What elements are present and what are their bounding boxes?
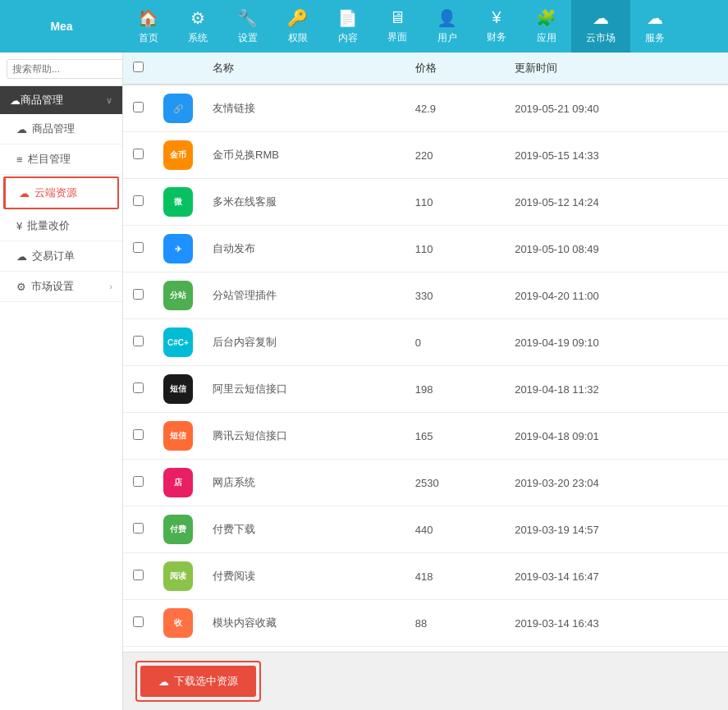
row-checkbox-4[interactable] <box>133 289 144 300</box>
row-name-9[interactable]: 付费下载 <box>203 506 405 553</box>
nav-item-users[interactable]: 👤 用户 <box>422 0 472 53</box>
app-icon-6: 短信 <box>163 374 193 404</box>
apps-nav-icon: 🧩 <box>536 8 556 28</box>
row-name-6[interactable]: 阿里云短信接口 <box>203 366 405 413</box>
row-price-11: 88 <box>405 600 505 647</box>
row-name-11[interactable]: 模块内容收藏 <box>203 600 405 647</box>
table-header: 名称 价格 更新时间 <box>123 53 728 85</box>
row-checkbox-9[interactable] <box>133 523 144 534</box>
nav-item-permissions[interactable]: 🔑 权限 <box>272 0 323 53</box>
nav-item-content[interactable]: 📄 内容 <box>323 0 373 53</box>
nav-item-home[interactable]: 🏠 首页 <box>123 0 173 53</box>
sidebar-item-batch-price[interactable]: ¥ 批量改价 <box>0 211 122 241</box>
row-date-6: 2019-04-18 11:32 <box>505 366 728 413</box>
row-date-2: 2019-05-12 14:24 <box>505 179 728 226</box>
row-icon-cell: 金币 <box>153 132 203 179</box>
row-checkbox-10[interactable] <box>133 570 144 580</box>
row-checkbox-cell <box>123 319 153 366</box>
nav-item-service[interactable]: ☁ 服务 <box>630 0 680 53</box>
row-name-10[interactable]: 付费阅读 <box>203 553 405 600</box>
row-date-4: 2019-04-20 11:00 <box>505 273 728 319</box>
nav-item-cloud-market[interactable]: ☁ 云市场 <box>571 0 630 53</box>
row-checkbox-2[interactable] <box>133 195 144 206</box>
system-nav-label: 系统 <box>188 31 208 45</box>
transaction-orders-sidebar-label: 交易订单 <box>32 249 75 263</box>
cloud-market-nav-icon: ☁ <box>593 8 609 28</box>
table-wrapper: 名称 价格 更新时间 🔗 友情链接 42.9 2019-05-21 09:40 <box>123 53 728 652</box>
row-checkbox-11[interactable] <box>133 616 144 627</box>
row-date-11: 2019-03-14 16:43 <box>505 600 728 647</box>
row-checkbox-cell <box>123 132 153 179</box>
table-row: 金币 金币兑换RMB 220 2019-05-15 14:33 <box>123 132 728 179</box>
sidebar-item-transaction-orders[interactable]: ☁ 交易订单 <box>0 241 122 272</box>
select-all-checkbox[interactable] <box>133 62 144 72</box>
market-settings-sidebar-label: 市场设置 <box>31 279 74 294</box>
table-body: 🔗 友情链接 42.9 2019-05-21 09:40 金币 金币兑换RMB … <box>123 85 728 652</box>
app-icon-2: 微 <box>163 187 193 217</box>
row-name-5[interactable]: 后台内容复制 <box>203 319 405 366</box>
search-input[interactable] <box>7 59 123 79</box>
row-icon-cell: 阅读 <box>153 553 203 600</box>
row-name-1[interactable]: 金币兑换RMB <box>203 132 405 179</box>
row-name-0[interactable]: 友情链接 <box>203 85 405 132</box>
interface-nav-label: 界面 <box>387 30 407 44</box>
header-price-col: 价格 <box>405 53 505 85</box>
table-row: 阅读 付费阅读 418 2019-03-14 16:47 <box>123 553 728 600</box>
download-selected-button[interactable]: ☁ 下载选中资源 <box>140 666 256 697</box>
row-checkbox-7[interactable] <box>133 429 144 440</box>
app-icon-10: 阅读 <box>163 561 193 591</box>
row-icon-cell: 付费 <box>153 506 203 553</box>
nav-item-finance[interactable]: ¥ 财务 <box>472 0 521 53</box>
row-checkbox-cell <box>123 460 153 506</box>
nav-item-system[interactable]: ⚙ 系统 <box>173 0 222 53</box>
row-icon-cell: 分站 <box>153 273 203 319</box>
row-checkbox-cell <box>123 226 153 273</box>
sidebar-item-goods-management[interactable]: ☁ 商品管理 <box>0 114 122 144</box>
row-price-3: 110 <box>405 226 505 273</box>
home-nav-label: 首页 <box>139 31 158 45</box>
app-icon-0: 🔗 <box>163 94 193 123</box>
row-price-6: 198 <box>405 366 505 413</box>
sidebar: 🔍 ☁ 商品管理 ∨ ☁ 商品管理≡ 栏目管理☁ 云端资源¥ 批量改价☁ 交易订… <box>0 53 123 710</box>
nav-item-settings[interactable]: 🔧 设置 <box>222 0 272 53</box>
settings-nav-icon: 🔧 <box>237 8 258 28</box>
row-name-7[interactable]: 腾讯云短信接口 <box>203 413 405 460</box>
table-row: ✈ 自动发布 110 2019-05-10 08:49 <box>123 226 728 273</box>
row-checkbox-6[interactable] <box>133 382 144 393</box>
app-icon-7: 短信 <box>163 421 193 451</box>
sidebar-item-column-management[interactable]: ≡ 栏目管理 <box>0 144 122 175</box>
app-icon-4: 分站 <box>163 281 193 310</box>
row-checkbox-3[interactable] <box>133 242 144 253</box>
resources-table: 名称 价格 更新时间 🔗 友情链接 42.9 2019-05-21 09:40 <box>123 53 728 652</box>
app-icon-8: 店 <box>163 468 193 497</box>
users-nav-label: 用户 <box>437 31 457 45</box>
download-btn-highlight: ☁ 下载选中资源 <box>135 661 261 702</box>
row-name-4[interactable]: 分站管理插件 <box>203 273 405 319</box>
table-row: 短信 腾讯云短信接口 165 2019-04-18 09:01 <box>123 413 728 460</box>
nav-item-interface[interactable]: 🖥 界面 <box>373 0 422 53</box>
section-label: 商品管理 <box>21 93 63 108</box>
row-name-3[interactable]: 自动发布 <box>203 226 405 273</box>
sidebar-item-cloud-resources[interactable]: ☁ 云端资源 <box>3 176 119 209</box>
nav-item-apps[interactable]: 🧩 应用 <box>521 0 571 53</box>
top-navigation: Mea 🏠 首页 ⚙ 系统 🔧 设置 🔑 权限 📄 内容 🖥 界面 👤 用户 ¥… <box>0 0 728 53</box>
cloud-resources-sidebar-icon: ☁ <box>19 187 30 199</box>
row-checkbox-5[interactable] <box>133 336 144 346</box>
row-name-8[interactable]: 网店系统 <box>203 460 405 506</box>
app-icon-11: 收 <box>163 608 193 638</box>
row-checkbox-cell <box>123 273 153 319</box>
row-price-10: 418 <box>405 553 505 600</box>
sidebar-item-market-settings[interactable]: ⚙ 市场设置› <box>0 272 122 302</box>
table-row: 收 模块内容收藏 88 2019-03-14 16:43 <box>123 600 728 647</box>
row-date-3: 2019-05-10 08:49 <box>505 226 728 273</box>
row-checkbox-8[interactable] <box>133 476 144 487</box>
row-checkbox-1[interactable] <box>133 149 144 159</box>
main-layout: 🔍 ☁ 商品管理 ∨ ☁ 商品管理≡ 栏目管理☁ 云端资源¥ 批量改价☁ 交易订… <box>0 53 728 710</box>
content-area: 名称 价格 更新时间 🔗 友情链接 42.9 2019-05-21 09:40 <box>123 53 728 710</box>
sidebar-section-goods[interactable]: ☁ 商品管理 ∨ <box>0 86 122 114</box>
row-checkbox-0[interactable] <box>133 102 144 112</box>
row-price-2: 110 <box>405 179 505 226</box>
row-name-2[interactable]: 多米在线客服 <box>203 179 405 226</box>
settings-nav-label: 设置 <box>238 31 258 45</box>
app-icon-3: ✈ <box>163 234 193 263</box>
